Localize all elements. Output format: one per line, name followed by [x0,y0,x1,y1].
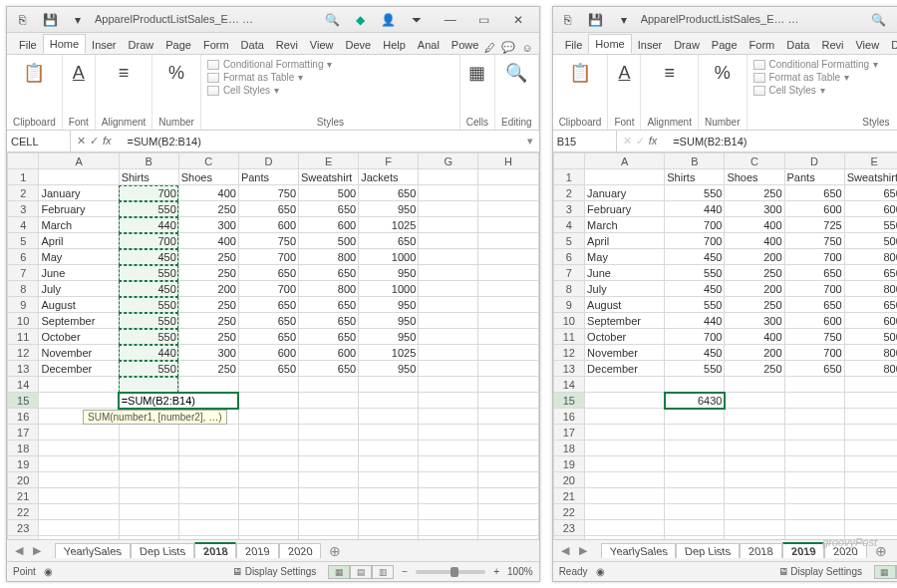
sheet-tab-2019[interactable]: 2019 [782,542,824,558]
cell[interactable] [359,488,419,504]
cell[interactable] [665,441,725,456]
formula-input[interactable]: =SUM(B2:B14) [669,136,897,147]
cell[interactable] [478,425,538,441]
cell[interactable] [359,456,419,472]
cell[interactable] [419,185,478,201]
cell[interactable] [844,425,897,441]
cell[interactable]: 700 [119,185,178,201]
cell[interactable] [419,233,478,249]
cell[interactable]: 450 [665,281,725,297]
fx-icon[interactable]: fx [103,135,118,147]
cell[interactable] [178,536,238,540]
row-header-21[interactable]: 21 [8,488,39,504]
cell[interactable]: 300 [178,345,238,361]
cell[interactable]: 800 [299,249,359,265]
cell[interactable] [844,472,897,488]
search-icon[interactable]: 🔍 [322,11,344,29]
ribbon-tab-inser[interactable]: Inser [86,36,122,54]
cell[interactable]: 600 [844,201,897,217]
cell[interactable] [419,201,478,217]
cell[interactable] [299,409,359,425]
cell[interactable]: 450 [665,345,725,361]
view-layout[interactable]: ▤ [350,565,372,579]
ribbon-tab-deve[interactable]: Deve [340,36,378,54]
row-header-13[interactable]: 13 [8,361,39,377]
col-header-A[interactable]: A [39,153,119,169]
cell[interactable] [478,297,538,313]
save-icon[interactable]: 💾 [39,11,61,29]
cell[interactable] [359,472,419,488]
cell[interactable] [39,520,119,536]
group-styles[interactable]: Conditional Formatting ▾ Format as Table… [201,55,460,130]
cell[interactable] [178,441,238,456]
cell[interactable] [359,377,419,393]
cell[interactable] [299,456,359,472]
cell[interactable]: 650 [784,297,844,313]
maximize-button[interactable]: ▭ [467,7,501,33]
cell[interactable] [359,504,419,520]
group-font[interactable]: AFont [63,55,96,130]
cell[interactable]: 800 [844,281,897,297]
autosave-icon[interactable]: ⎘ [11,11,33,29]
cell[interactable] [178,504,238,520]
cell[interactable] [478,345,538,361]
col-header-A[interactable]: A [585,153,665,169]
view-normal[interactable]: ▦ [874,565,896,579]
row-header-4[interactable]: 4 [8,217,39,233]
group-styles[interactable]: Conditional Formatting ▾ Format as Table… [748,55,898,130]
cell[interactable] [119,488,178,504]
cell[interactable] [238,536,298,540]
cell[interactable]: 300 [178,217,238,233]
cell[interactable] [725,425,784,441]
cell[interactable] [419,409,478,425]
cell[interactable] [359,393,419,409]
cell[interactable]: 200 [725,249,784,265]
cell-b15[interactable]: =SUM(B2:B14) [119,393,238,409]
cell[interactable]: 250 [178,329,238,345]
cell[interactable] [478,504,538,520]
cell[interactable] [119,441,178,456]
worksheet-grid[interactable]: ABCDEFGH1ShirtsShoesPantsSweatshirtJacke… [7,152,539,539]
cell[interactable] [119,377,178,393]
cell[interactable]: 600 [299,345,359,361]
row-header-3[interactable]: 3 [8,201,39,217]
cell[interactable] [299,504,359,520]
sheet-nav-next[interactable]: ▶ [29,544,45,557]
cell[interactable]: 200 [178,281,238,297]
zoom-in[interactable]: + [493,566,499,577]
name-box[interactable]: CELL [7,131,71,151]
cell[interactable]: 250 [178,265,238,281]
cell[interactable]: 600 [299,217,359,233]
cell[interactable] [784,456,844,472]
cell[interactable] [585,488,665,504]
cell[interactable]: 950 [359,361,419,377]
cell[interactable]: 600 [238,217,298,233]
cell[interactable]: 440 [665,313,725,329]
cell[interactable]: 550 [119,329,178,345]
cell[interactable] [725,393,784,409]
autosave-icon[interactable]: ⎘ [557,11,579,29]
row-header-10[interactable]: 10 [8,313,39,329]
cell[interactable] [585,472,665,488]
cell[interactable] [478,377,538,393]
cell[interactable] [419,169,478,185]
cell[interactable] [178,520,238,536]
cell[interactable]: May [585,249,665,265]
cell[interactable]: 650 [299,297,359,313]
cell[interactable]: 550 [119,265,178,281]
cell[interactable] [478,233,538,249]
cell[interactable]: Sweatshirt [844,169,897,185]
cell[interactable] [478,329,538,345]
cell[interactable]: 700 [784,345,844,361]
cell[interactable] [419,456,478,472]
display-settings[interactable]: 🖥 Display Settings [778,566,862,577]
cell[interactable] [178,425,238,441]
cell[interactable] [725,441,784,456]
cell[interactable]: 400 [725,329,784,345]
cell[interactable]: 400 [178,185,238,201]
cell[interactable] [359,425,419,441]
cell[interactable] [478,393,538,409]
cell[interactable] [478,409,538,425]
cell[interactable]: 600 [844,313,897,329]
row-header-10[interactable]: 10 [553,313,584,329]
